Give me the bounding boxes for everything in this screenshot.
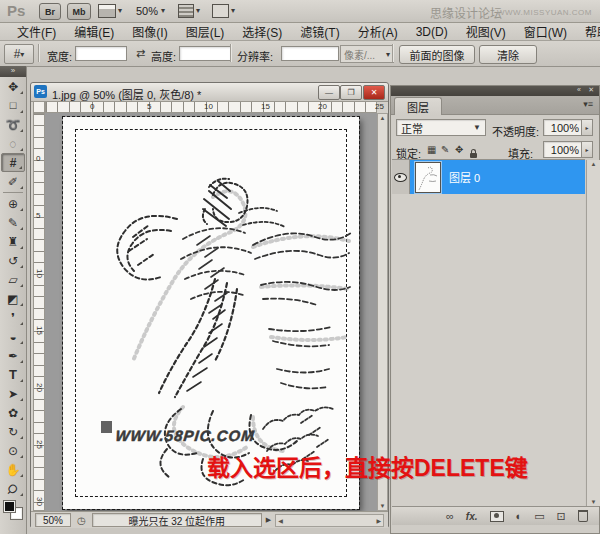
- 3d-rotate-tool[interactable]: ↻: [1, 422, 25, 441]
- adjustment-layer-icon[interactable]: ◐: [516, 510, 523, 522]
- color-swatches[interactable]: [1, 498, 25, 520]
- quick-selection-tool[interactable]: ◌: [1, 134, 25, 153]
- delete-layer-icon[interactable]: [578, 510, 588, 522]
- layer-row-selected[interactable]: 图层 0: [392, 160, 585, 194]
- width-input[interactable]: [75, 46, 127, 61]
- brush-tool[interactable]: ✎: [1, 213, 25, 232]
- add-mask-icon[interactable]: [490, 511, 504, 522]
- clear-button[interactable]: 清除: [479, 45, 537, 64]
- ruler-origin-box[interactable]: [33, 101, 45, 113]
- arrange-documents-icon[interactable]: [178, 4, 194, 18]
- visibility-column[interactable]: [392, 160, 410, 194]
- view-extras-icon[interactable]: [98, 4, 116, 18]
- screen-mode-icon[interactable]: [212, 4, 229, 18]
- panel-menu-icon[interactable]: ▾≡: [583, 99, 593, 109]
- history-brush-tool[interactable]: ↺: [1, 251, 25, 270]
- new-layer-icon[interactable]: ⊡: [557, 510, 566, 523]
- menu-edit[interactable]: 编辑(E): [65, 23, 123, 40]
- move-tool[interactable]: ✥: [1, 77, 25, 96]
- marquee-tool[interactable]: □: [1, 96, 25, 115]
- bridge-button[interactable]: Br: [39, 3, 61, 20]
- opacity-spinner-icon[interactable]: ▸: [581, 120, 592, 135]
- scroll-down-icon[interactable]: ▼: [378, 503, 387, 509]
- horizontal-ruler[interactable]: 0 5 10 15 20 25: [45, 101, 377, 113]
- height-input[interactable]: [179, 46, 231, 61]
- clone-stamp-tool[interactable]: ♜: [1, 232, 25, 251]
- layer-thumbnail[interactable]: [415, 162, 441, 193]
- dock-close-icon[interactable]: ✕: [588, 86, 594, 94]
- clock-icon: ◷: [77, 515, 86, 526]
- dodge-tool[interactable]: ◒: [1, 327, 25, 346]
- menu-layer[interactable]: 图层(L): [177, 23, 234, 40]
- panel-scroll-up-icon[interactable]: ▲: [587, 161, 600, 167]
- resolution-input[interactable]: [281, 46, 339, 61]
- lock-pixels-icon[interactable]: ✎: [441, 144, 449, 155]
- menu-image[interactable]: 图像(I): [123, 23, 176, 40]
- eyedropper-tool[interactable]: ✐: [1, 172, 25, 191]
- menu-help[interactable]: 帮助(H): [576, 23, 600, 40]
- unit-dropdown-icon: ▾: [386, 50, 390, 59]
- menu-file[interactable]: 文件(F): [8, 23, 65, 40]
- menu-filter[interactable]: 滤镜(T): [291, 23, 348, 40]
- new-group-icon[interactable]: ▭: [534, 510, 544, 523]
- menu-analysis[interactable]: 分析(A): [349, 23, 407, 40]
- screen-mode-dropdown-icon[interactable]: ▾: [231, 6, 235, 15]
- scroll-right-icon[interactable]: ▶: [376, 517, 381, 524]
- fill-spinner-icon[interactable]: ▸: [581, 142, 592, 157]
- opacity-field[interactable]: 100% ▸: [543, 119, 593, 136]
- layer-style-icon[interactable]: fx.: [466, 511, 478, 522]
- panel-scrollbar[interactable]: ▲ ▼: [586, 160, 600, 506]
- lock-position-icon[interactable]: ✥: [455, 144, 463, 155]
- lock-all-icon[interactable]: [470, 153, 477, 158]
- document-horizontal-scrollbar[interactable]: ◀ ▶: [275, 514, 384, 527]
- link-layers-icon[interactable]: ∞: [446, 510, 454, 522]
- vertical-ruler[interactable]: 0 5 10 15 20 25 30: [33, 113, 45, 511]
- hand-tool[interactable]: ✋: [1, 460, 25, 479]
- foreground-color-swatch[interactable]: [3, 500, 16, 513]
- arrange-dropdown-icon[interactable]: ▾: [196, 6, 200, 15]
- pen-tool-icon: ✒: [8, 350, 18, 362]
- zoom-tool[interactable]: Ϙ: [1, 479, 25, 498]
- layer-name[interactable]: 图层 0: [449, 169, 480, 185]
- pen-tool[interactable]: ✒: [1, 346, 25, 365]
- spot-healing-tool[interactable]: ⊕: [1, 194, 25, 213]
- blur-tool[interactable]: ❜: [1, 308, 25, 327]
- type-tool[interactable]: T: [1, 365, 25, 384]
- crop-tool-preset-icon[interactable]: # ▾: [4, 44, 34, 64]
- menu-select[interactable]: 选择(S): [233, 23, 291, 40]
- toolbar-collapse-strip[interactable]: »: [0, 66, 26, 77]
- menu-window[interactable]: 窗口(W): [515, 23, 576, 40]
- zoom-level-value[interactable]: 50%: [136, 5, 158, 17]
- resolution-unit-select[interactable]: 像素/... ▾: [340, 45, 394, 63]
- document-title-bar[interactable]: Ps 1.jpg @ 50% (图层 0, 灰色/8) * — ❐ ✕: [31, 83, 388, 102]
- restore-button[interactable]: ❐: [340, 85, 362, 100]
- path-selection-tool[interactable]: ➤: [1, 384, 25, 403]
- close-button[interactable]: ✕: [363, 85, 385, 100]
- scroll-up-icon[interactable]: ▲: [378, 115, 387, 121]
- marquee-tool-icon: □: [10, 100, 17, 111]
- status-popup-icon[interactable]: ▶: [266, 516, 271, 524]
- menu-3d[interactable]: 3D(D): [407, 25, 457, 39]
- panel-scroll-down-icon[interactable]: ▼: [587, 499, 600, 505]
- minimize-button[interactable]: —: [318, 85, 340, 100]
- status-zoom-field[interactable]: 50%: [35, 513, 71, 527]
- blend-mode-select[interactable]: 正常 ▼: [396, 119, 486, 136]
- front-image-button[interactable]: 前面的图像: [399, 45, 475, 64]
- menu-view[interactable]: 视图(V): [457, 23, 515, 40]
- gradient-tool[interactable]: ◩: [1, 289, 25, 308]
- swap-dimensions-icon[interactable]: ⇄: [136, 47, 145, 60]
- eraser-tool[interactable]: ▱: [1, 270, 25, 289]
- fill-field[interactable]: 100% ▸: [543, 141, 593, 158]
- view-extras-dropdown-icon[interactable]: ▾: [118, 6, 122, 15]
- shape-tool[interactable]: ✿: [1, 403, 25, 422]
- tab-layers[interactable]: 图层: [394, 97, 442, 115]
- zoom-dropdown-icon[interactable]: ▾: [161, 6, 165, 15]
- 3d-orbit-tool[interactable]: ⊙: [1, 441, 25, 460]
- device-central-button[interactable]: Mb: [67, 3, 91, 20]
- eye-icon[interactable]: [394, 173, 407, 182]
- crop-tool[interactable]: #: [1, 153, 25, 172]
- scroll-left-icon[interactable]: ◀: [278, 517, 283, 524]
- lock-transparency-icon[interactable]: ▦: [427, 144, 436, 155]
- collapse-to-icons-icon[interactable]: «: [577, 86, 581, 93]
- lasso-tool[interactable]: ➰: [1, 115, 25, 134]
